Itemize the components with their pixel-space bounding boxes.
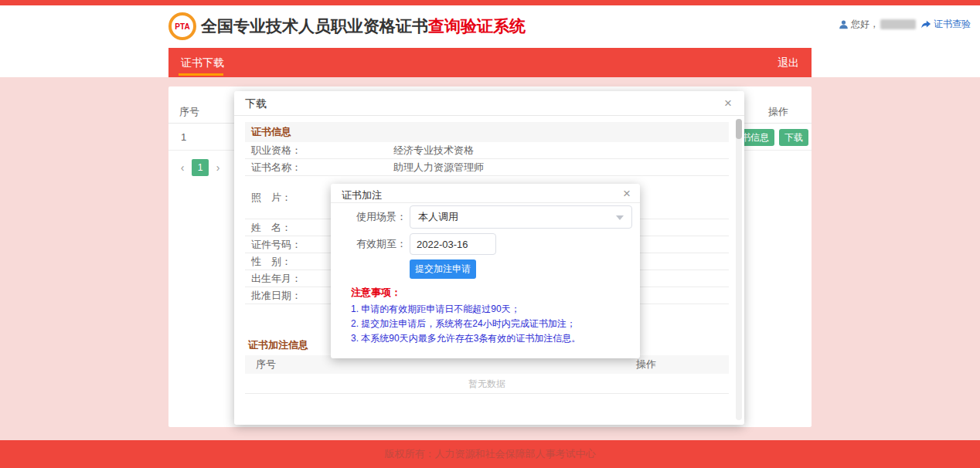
brand: PTA 全国专业技术人员职业资格证书查询验证系统 xyxy=(168,12,526,40)
page-title: 全国专业技术人员职业资格证书查询验证系统 xyxy=(201,15,526,37)
download-modal-header: 下载 xyxy=(234,91,744,116)
footer: 版权所有：人力资源和社会保障部人事考试中心 xyxy=(0,440,980,468)
top-strip xyxy=(0,0,980,5)
scene-row: 使用场景： 本人调用 xyxy=(331,205,632,229)
note-line-2: 2. 提交加注申请后，系统将在24小时内完成证书加注； xyxy=(351,319,628,329)
active-tab-underline xyxy=(179,73,223,76)
field-value: 助理人力资源管理师 xyxy=(393,159,729,175)
annotation-empty-row: 暂无数据 xyxy=(245,374,729,394)
expiry-label: 有效期至： xyxy=(331,237,407,251)
cert-info-section-title: 证书信息 xyxy=(245,122,729,142)
greeting-text: 您好， xyxy=(851,18,879,31)
tab-cert-download-label: 证书下载 xyxy=(181,56,224,69)
note-line-1: 1. 申请的有效期距申请日不能超过90天； xyxy=(351,304,628,314)
modal-scrollbar[interactable] xyxy=(736,119,742,420)
pta-logo-text: PTA xyxy=(175,22,189,31)
field-label: 职业资格： xyxy=(245,142,393,158)
pta-logo: PTA xyxy=(168,12,196,40)
pagination-next-icon[interactable]: › xyxy=(212,161,224,174)
tab-cert-download[interactable]: 证书下载 xyxy=(175,48,230,77)
annotation-modal: 证书加注 × 使用场景： 本人调用 有效期至： 提交加注申请 注意事项： 1. … xyxy=(331,184,640,358)
col-action: 操作 xyxy=(768,100,788,124)
note-line-3: 3. 本系统90天内最多允许存在3条有效的证书加注信息。 xyxy=(351,334,628,344)
download-button[interactable]: 下载 xyxy=(779,129,808,146)
scene-label: 使用场景： xyxy=(331,210,407,224)
logout-button[interactable]: 退出 xyxy=(778,48,799,77)
scene-select[interactable]: 本人调用 xyxy=(410,205,632,229)
field-value: 经济专业技术资格 xyxy=(393,142,729,158)
pagination-page-1[interactable]: 1 xyxy=(192,159,209,176)
expiry-row: 有效期至： xyxy=(331,233,496,255)
close-icon[interactable]: × xyxy=(724,91,732,116)
cert-verify-link[interactable]: 证书查验 xyxy=(934,18,971,31)
pagination: ‹ 1 › xyxy=(176,159,224,176)
header: PTA 全国专业技术人员职业资格证书查询验证系统 您好， 证书查验 xyxy=(0,5,980,48)
notes-block: 注意事项： 1. 申请的有效期距申请日不能超过90天； 2. 提交加注申请后，系… xyxy=(351,286,628,344)
copyright-text: 版权所有：人力资源和社会保障部人事考试中心 xyxy=(385,448,596,460)
user-area: 您好， 证书查验 xyxy=(839,18,971,31)
page-title-main: 全国专业技术人员职业资格证书 xyxy=(201,17,428,35)
col-index: 序号 xyxy=(179,100,199,124)
nav-bar: 证书下载 退出 xyxy=(168,48,812,77)
annotation-modal-title: 证书加注 xyxy=(342,189,382,201)
user-name-redacted xyxy=(880,19,916,29)
field-row-occupation: 职业资格： 经济专业技术资格 xyxy=(245,142,729,159)
notes-header: 注意事项： xyxy=(351,286,628,300)
chevron-down-icon xyxy=(616,215,624,220)
download-modal-title: 下载 xyxy=(245,97,267,110)
annotation-col-index: 序号 xyxy=(245,355,307,374)
field-row-cert-name: 证书名称： 助理人力资源管理师 xyxy=(245,159,729,176)
annotation-col-action: 操作 xyxy=(636,355,729,374)
page-title-accent: 查询验证系统 xyxy=(428,17,526,35)
page: PTA 全国专业技术人员职业资格证书查询验证系统 您好， 证书查验 证书下载 退… xyxy=(0,0,980,468)
scene-selected-value: 本人调用 xyxy=(418,211,458,222)
share-arrow-icon xyxy=(920,19,931,29)
row-index: 1 xyxy=(181,124,186,151)
pagination-prev-icon[interactable]: ‹ xyxy=(176,161,189,174)
field-label: 证书名称： xyxy=(245,159,393,175)
user-icon xyxy=(839,19,849,29)
expiry-date-input[interactable] xyxy=(410,233,496,255)
modal-scrollbar-thumb[interactable] xyxy=(736,119,742,139)
annotation-modal-header: 证书加注 xyxy=(331,184,640,203)
close-icon[interactable]: × xyxy=(623,184,631,203)
submit-annotation-button[interactable]: 提交加注申请 xyxy=(410,259,476,279)
